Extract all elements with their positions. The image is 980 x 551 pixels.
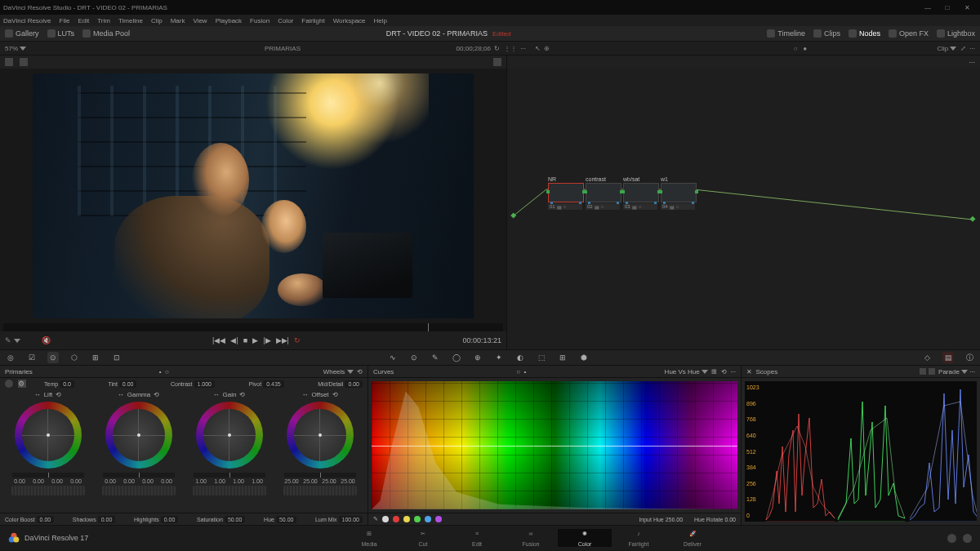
window-icon[interactable]: ◯ — [451, 352, 462, 363]
hdr-icon[interactable]: ⬡ — [69, 352, 80, 363]
hue-vs-hue-graph[interactable] — [372, 381, 737, 509]
viewer-image[interactable] — [33, 73, 474, 318]
viewer-zoom[interactable]: 57% — [5, 45, 38, 52]
key-icon[interactable]: ⬚ — [536, 352, 547, 363]
menu-fusion[interactable]: Fusion — [250, 17, 270, 24]
picker-icon[interactable] — [5, 380, 13, 388]
temp-field[interactable]: Temp 0.0 — [44, 380, 74, 388]
3d-icon[interactable]: ⬢ — [578, 352, 590, 363]
menu-color[interactable]: Color — [278, 17, 293, 24]
nodes-options-icon[interactable]: ··· — [969, 58, 975, 66]
blur-icon[interactable]: ◐ — [514, 352, 526, 363]
color-match-icon[interactable]: ☑ — [26, 352, 38, 363]
menu-timeline[interactable]: Timeline — [118, 17, 143, 24]
menu-playback[interactable]: Playback — [216, 17, 242, 24]
reset-curves-icon[interactable]: ⟲ — [721, 368, 727, 375]
luts-button[interactable]: LUTs — [47, 29, 75, 38]
page-cut[interactable]: ✂Cut — [396, 529, 450, 547]
openfx-button[interactable]: Open FX — [889, 29, 929, 38]
bypass-icon[interactable]: ✎ — [5, 336, 20, 344]
menu-mark[interactable]: Mark — [171, 17, 185, 24]
viewer-option-1-icon[interactable] — [5, 58, 13, 66]
window-close-button[interactable]: ✕ — [957, 4, 977, 11]
awb-icon[interactable]: ⚙ — [18, 380, 26, 388]
mediapool-button[interactable]: Media Pool — [82, 29, 130, 38]
menu-edit[interactable]: Edit — [78, 17, 89, 24]
node-01[interactable]: NR01▤○ — [548, 176, 582, 210]
channel-dot-2[interactable] — [403, 516, 410, 522]
menu-davinciresolve[interactable]: DaVinci Resolve — [3, 17, 51, 24]
reset-primaries-icon[interactable]: ⟲ — [357, 368, 363, 375]
spline-icon[interactable]: ✎ — [373, 516, 378, 522]
tracker-icon[interactable]: ⊕ — [472, 352, 483, 363]
curves-icon[interactable]: ∿ — [387, 352, 399, 363]
colorboost-field[interactable]: Color Boost 0.00 — [5, 516, 54, 523]
wheel-gain[interactable]: ↔Gain⟲1.001.001.001.00 — [186, 391, 272, 511]
nodes-button[interactable]: Nodes — [849, 29, 880, 38]
qualifier-icon[interactable]: ✎ — [430, 352, 441, 363]
timeline-button[interactable]: Timeline — [767, 29, 805, 38]
lummix-field[interactable]: Lum Mix 100.00 — [315, 516, 363, 523]
channel-dot-4[interactable] — [425, 516, 431, 522]
scopes-toggle-icon[interactable]: ▤ — [942, 352, 954, 363]
page-edit[interactable]: ≡Edit — [450, 529, 504, 547]
scopes-close-icon[interactable]: ✕ — [746, 368, 752, 375]
saturation-field[interactable]: Saturation 50.00 — [197, 516, 245, 523]
sizing-icon[interactable]: ⊞ — [557, 352, 568, 363]
channel-dot-5[interactable] — [435, 516, 442, 522]
loop-button[interactable]: ↻ — [294, 336, 301, 344]
tint-field[interactable]: Tint 0.00 — [108, 380, 136, 388]
window-minimize-button[interactable]: — — [918, 4, 938, 11]
page-media[interactable]: ⊞Media — [342, 529, 396, 547]
keyframe-icon[interactable]: ◇ — [921, 352, 933, 363]
viewer-option-2-icon[interactable] — [20, 58, 28, 66]
step-back-button[interactable]: ◀| — [230, 336, 238, 344]
wheels-mode-dropdown[interactable]: Wheels — [323, 368, 354, 375]
menu-trim[interactable]: Trim — [97, 17, 110, 24]
clip-menu[interactable]: Clip ⤢ ··· — [906, 45, 975, 52]
stop-button[interactable]: ■ — [243, 336, 247, 344]
hue-rotate-field[interactable]: Hue Rotate 0.00 — [694, 517, 736, 522]
info-icon[interactable]: ⓘ — [964, 352, 975, 363]
page-fusion[interactable]: ∞Fusion — [504, 529, 558, 547]
page-color[interactable]: ✺Color — [558, 529, 612, 547]
next-clip-button[interactable]: ▶▶| — [276, 336, 289, 344]
channel-dot-0[interactable] — [382, 516, 389, 522]
node-02[interactable]: contrast02▤○ — [586, 176, 620, 210]
node-04[interactable]: w104▤○ — [661, 176, 695, 210]
page-fairlight[interactable]: ♪Fairlight — [612, 529, 666, 547]
warper-icon[interactable]: ⊙ — [408, 352, 420, 363]
lightbox-button[interactable]: Lightbox — [937, 29, 975, 38]
menu-view[interactable]: View — [193, 17, 207, 24]
primaries-icon[interactable]: ⊙ — [47, 352, 59, 363]
curves-mode-dropdown[interactable]: Hue Vs Hue — [665, 368, 708, 375]
node-03[interactable]: wb/sat03▤○ — [623, 176, 657, 210]
menu-clip[interactable]: Clip — [151, 17, 163, 24]
gallery-button[interactable]: Gallery — [5, 29, 39, 38]
timeline-scrubber[interactable] — [3, 323, 503, 331]
highlights-field[interactable]: Highlights 0.00 — [134, 516, 178, 523]
wheel-lift[interactable]: ↔Lift⟲0.000.000.000.00 — [5, 391, 91, 511]
project-settings-icon[interactable] — [963, 534, 972, 543]
page-deliver[interactable]: 🚀Deliver — [666, 529, 719, 547]
menu-workspace[interactable]: Workspace — [333, 17, 366, 24]
prev-clip-button[interactable]: |◀◀ — [212, 336, 225, 344]
mute-icon[interactable]: 🔇 — [42, 336, 51, 344]
channel-dot-1[interactable] — [393, 516, 399, 522]
contrast-field[interactable]: Contrast 1.000 — [171, 380, 215, 388]
rgb-mixer-icon[interactable]: ⊞ — [90, 352, 101, 363]
viewer-wipe-icon[interactable] — [493, 58, 501, 66]
hue-field[interactable]: Hue 50.00 — [264, 516, 296, 523]
menu-file[interactable]: File — [60, 17, 70, 24]
input-hue-field[interactable]: Input Hue 256.00 — [639, 517, 683, 522]
home-icon[interactable] — [947, 534, 956, 543]
menu-fairlight[interactable]: Fairlight — [301, 17, 324, 24]
motion-icon[interactable]: ⊡ — [111, 352, 122, 363]
magic-mask-icon[interactable]: ✦ — [493, 352, 505, 363]
camera-raw-icon[interactable]: ◎ — [5, 352, 16, 363]
node-editor[interactable]: ··· NR01▤○contrast02▤○wb/sat03▤○w104▤○ — [507, 56, 980, 349]
window-maximize-button[interactable]: □ — [938, 4, 957, 11]
wheel-gamma[interactable]: ↔Gamma⟲0.000.000.000.00 — [96, 391, 181, 511]
pivot-field[interactable]: Pivot 0.435 — [249, 380, 284, 388]
shadows-field[interactable]: Shadows 0.00 — [73, 516, 115, 523]
